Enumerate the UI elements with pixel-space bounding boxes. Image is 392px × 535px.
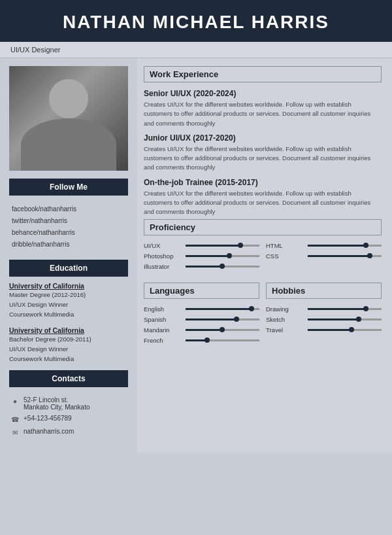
social-link-facebook[interactable]: facebook/nathanharris <box>12 203 125 215</box>
languages-list: English Spanish Mandarin <box>144 305 259 344</box>
lang-french-bar <box>186 339 259 341</box>
skill-illustrator: Illustrator <box>144 263 259 270</box>
skill-css-fill <box>308 255 370 257</box>
hobby-sketch-label: Sketch <box>266 316 305 323</box>
lang-english-label: English <box>144 305 183 313</box>
job-desc-2: Creates UI/UX for the different websites… <box>144 145 382 173</box>
lang-spanish: Spanish <box>144 316 259 323</box>
skill-html: HTML <box>266 242 382 249</box>
contact-website: ✉ nathanharris.com <box>10 428 127 437</box>
lang-english-fill <box>186 308 252 310</box>
hobby-drawing: Drawing <box>266 305 382 313</box>
skill-uiux-fill <box>186 245 241 247</box>
edu-line2-2: UI/UX Design Winner <box>9 344 128 354</box>
skill-photoshop-label: Photoshop <box>144 252 183 260</box>
hobby-travel: Travel <box>266 326 382 334</box>
skill-html-bar <box>308 245 382 247</box>
hobby-travel-bar <box>308 329 382 331</box>
skill-css: CSS <box>266 252 382 260</box>
lang-spanish-fill <box>186 319 237 320</box>
edu-line3-1: Coursework Multimedia <box>9 309 128 319</box>
proficiency-left: UI/UX Photoshop Illustrator <box>144 242 259 273</box>
lang-mandarin-bar <box>186 329 259 331</box>
skill-illustrator-bar <box>186 266 259 268</box>
contacts-header: Contacts <box>9 370 128 387</box>
hobby-sketch: Sketch <box>266 316 382 323</box>
location-icon: ● <box>10 396 20 406</box>
lang-english: English <box>144 305 259 313</box>
skill-uiux: UI/UX <box>144 242 259 249</box>
profile-photo <box>9 66 128 171</box>
hobby-sketch-bar <box>308 319 382 320</box>
lang-english-bar <box>186 308 259 310</box>
job-title-2: Junior UI/UX (2017-2020) <box>144 133 382 143</box>
email-icon: ✉ <box>10 428 20 437</box>
skill-html-fill <box>308 245 367 247</box>
contact-phone: ☎ +54-123-456789 <box>10 415 127 424</box>
job-title: UI/UX Designer <box>10 46 60 54</box>
proficiency-section: Proficiency <box>144 219 382 235</box>
main-layout: Follow Me facebook/nathanharris twitter/… <box>0 58 392 453</box>
languages-section: Languages English Spanish <box>144 283 259 347</box>
education-block-1: University of California Master Degree (… <box>9 282 128 320</box>
subtitle-bar: UI/UX Designer <box>0 42 392 58</box>
hobbies-box: Hobbies <box>266 283 382 299</box>
follow-me-header: Follow Me <box>9 179 128 196</box>
lang-french: French <box>144 337 259 344</box>
lang-mandarin: Mandarin <box>144 326 259 334</box>
lang-mandarin-label: Mandarin <box>144 326 183 334</box>
proficiency-title: Proficiency <box>150 222 376 232</box>
skill-photoshop-bar <box>186 255 259 257</box>
lang-spanish-bar <box>186 319 259 320</box>
hobby-drawing-bar <box>308 308 382 310</box>
address-text: 52-F Lincoln st. Mankato City, Mankato <box>24 396 90 411</box>
hobby-travel-label: Travel <box>266 326 305 334</box>
photo-placeholder <box>9 66 128 171</box>
jobs-list: Senior UI/UX (2020-2024) Creates UI/UX f… <box>144 89 382 216</box>
hobbies-list: Drawing Sketch Travel <box>266 305 382 334</box>
social-link-twitter[interactable]: twitter/nathanharris <box>12 215 125 227</box>
work-experience-title: Work Experience <box>150 69 376 79</box>
header: NATHAN MICHAEL HARRIS <box>0 0 392 42</box>
social-link-dribble[interactable]: dribble/nathanharris <box>12 239 125 250</box>
edu-line2-1: UI/UX Design Winner <box>9 300 128 309</box>
hobby-drawing-label: Drawing <box>266 305 305 313</box>
job-title-1: Senior UI/UX (2020-2024) <box>144 89 382 98</box>
hobby-travel-fill <box>308 329 352 331</box>
content: Work Experience Senior UI/UX (2020-2024)… <box>137 58 392 453</box>
job-desc-3: Creates UI/UX for the different websites… <box>144 189 382 217</box>
skill-illustrator-fill <box>186 266 223 268</box>
social-links: facebook/nathanharris twitter/nathanharr… <box>9 201 128 253</box>
skill-photoshop-fill <box>186 255 230 257</box>
proficiency-grid: UI/UX Photoshop Illustrator <box>144 242 382 273</box>
skill-css-label: CSS <box>266 252 305 260</box>
edu-line3-2: Coursework Multimedia <box>9 354 128 364</box>
job-desc-1: Creates UI/UX for the different websites… <box>144 100 382 128</box>
hobby-drawing-fill <box>308 308 367 310</box>
contact-address: ● 52-F Lincoln st. Mankato City, Mankato <box>10 396 127 411</box>
phone-icon: ☎ <box>10 415 20 424</box>
social-link-behance[interactable]: behance/nathanharris <box>12 227 125 239</box>
edu-degree-2: Bachelor Degree (2009-2011) <box>9 334 128 344</box>
education-block-2: University of California Bachelor Degree… <box>9 326 128 364</box>
website-text[interactable]: nathanharris.com <box>24 428 74 435</box>
contacts-section: ● 52-F Lincoln st. Mankato City, Mankato… <box>9 392 128 445</box>
languages-title: Languages <box>150 286 253 296</box>
skill-illustrator-label: Illustrator <box>144 263 183 270</box>
lang-spanish-label: Spanish <box>144 316 183 323</box>
bottom-row: Languages English Spanish <box>144 283 382 347</box>
work-experience-section: Work Experience <box>144 66 382 82</box>
languages-box: Languages <box>144 283 259 299</box>
lang-mandarin-fill <box>186 329 223 331</box>
skill-photoshop: Photoshop <box>144 252 259 260</box>
education-header: Education <box>9 260 128 277</box>
skill-html-label: HTML <box>266 242 305 249</box>
proficiency-right: HTML CSS <box>266 242 382 273</box>
lang-french-fill <box>186 339 208 341</box>
hobby-sketch-fill <box>308 319 359 320</box>
lang-french-label: French <box>144 337 183 344</box>
phone-text: +54-123-456789 <box>24 415 72 422</box>
skill-css-bar <box>308 255 382 257</box>
sidebar: Follow Me facebook/nathanharris twitter/… <box>0 58 137 453</box>
skill-uiux-bar <box>186 245 259 247</box>
